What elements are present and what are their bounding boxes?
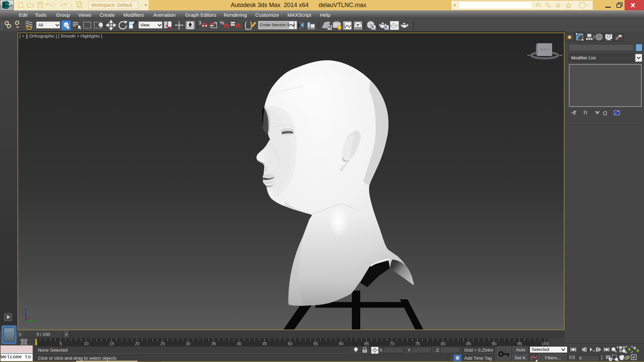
svg-text:3: 3 (199, 20, 201, 25)
svg-text:0: 0 (579, 356, 582, 361)
svg-text:[ + ][ Orthographic ] [ Smooth: [ + ][ Orthographic ] [ Smooth + Highlig… (19, 34, 102, 39)
svg-text:x: x (29, 316, 31, 320)
svg-text:ABC: ABC (246, 28, 251, 31)
svg-text:Modifier List: Modifier List (571, 55, 596, 60)
svg-text:View: View (140, 22, 150, 27)
svg-text:z: z (25, 307, 27, 312)
svg-text:y: y (33, 316, 35, 321)
svg-text:RIGHT: RIGHT (540, 48, 550, 51)
svg-text:%: % (220, 20, 224, 25)
svg-text:All: All (38, 22, 43, 27)
svg-text:Create Selection Se: Create Selection Se (260, 23, 291, 27)
